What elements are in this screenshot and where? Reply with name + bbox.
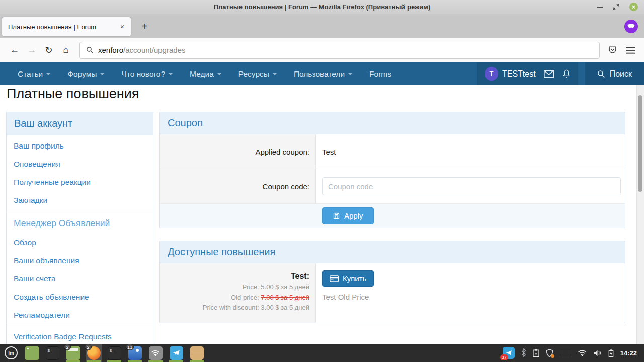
url-text: xenforo/account/upgrades — [98, 46, 185, 55]
applied-coupon-value: Test — [316, 134, 625, 169]
clock[interactable]: 14:22 — [620, 349, 637, 357]
keyboard-layout-ru-flag[interactable] — [560, 350, 571, 356]
tab-close-icon[interactable]: × — [118, 22, 127, 32]
minimize-button[interactable] — [597, 7, 603, 8]
bluetooth-icon — [521, 348, 526, 357]
upgrades-header: Доступные повышения — [160, 241, 625, 263]
sidebar-item-your-profile[interactable]: Ваш профиль — [7, 137, 153, 155]
sidebar-item-ads-manager[interactable]: Менеджер Объявлений — [7, 213, 153, 234]
taskbar-network-button[interactable] — [147, 344, 164, 362]
minimize-icon — [597, 7, 603, 8]
scrollbar-thumb[interactable] — [638, 95, 642, 192]
sidebar-item-verification-badge-requests[interactable]: Verification Badge Requests — [7, 328, 153, 344]
nav-item-articles[interactable]: Статьи — [9, 62, 59, 85]
apply-button[interactable]: Apply — [322, 207, 374, 224]
close-icon: × — [632, 4, 635, 10]
taskbar-filemanager-button[interactable] — [24, 344, 40, 362]
taskbar-notes-button[interactable] — [189, 344, 205, 362]
price-label: Price: — [242, 283, 259, 291]
apply-label: Apply — [344, 211, 363, 220]
tray-clipboard-button[interactable] — [533, 349, 539, 357]
nav-label: Что нового? — [121, 69, 165, 79]
nav-item-whats-new[interactable]: Что нового? — [113, 62, 181, 85]
discount-label: Price with discount: — [203, 304, 259, 311]
nav-label: Медиа — [190, 69, 214, 79]
coupon-code-input[interactable] — [322, 177, 621, 195]
browser-toolbar: ← → ↻ ⌂ xenforo/account/upgrades — [0, 38, 644, 62]
buy-button[interactable]: Купить — [322, 270, 374, 287]
applied-coupon-row: Applied coupon: Test — [160, 134, 625, 169]
tray-bluetooth-button[interactable] — [521, 348, 526, 357]
chevron-down-icon — [348, 73, 352, 77]
old-price-value: 7.00 $ за 5 дней — [261, 294, 309, 301]
url-bar[interactable]: xenforo/account/upgrades — [79, 42, 600, 59]
sidebar-group-ads-manager: Менеджер Объявлений Обзор Ваши объявлени… — [7, 211, 153, 326]
browser-tab[interactable]: Платные повышения | Forum × — [2, 17, 131, 36]
upgrade-old-price-line: Old price: 7.00 $ за 5 дней — [160, 293, 309, 303]
sidebar-item-bookmarks[interactable]: Закладки — [7, 191, 153, 209]
url-path: /account/upgrades — [123, 46, 185, 54]
conversations-button[interactable] — [544, 70, 554, 78]
nav-label: Forms — [369, 69, 391, 79]
taskbar-menu-button[interactable]: lm — [3, 344, 19, 362]
mint-logo-icon: lm — [5, 346, 18, 359]
sidebar-item-overview[interactable]: Обзор — [7, 234, 153, 252]
tray-telegram-button[interactable]: 37 — [503, 347, 515, 359]
telegram-icon — [170, 346, 183, 360]
alerts-button[interactable] — [562, 69, 571, 79]
restore-button[interactable] — [613, 4, 619, 10]
nav-item-forums[interactable]: Форумы — [59, 62, 113, 85]
buy-label: Купить — [343, 274, 366, 283]
upgrade-name: Test: — [160, 272, 309, 281]
nav-item-members[interactable]: Пользователи — [285, 62, 361, 85]
tray-wifi-button[interactable] — [578, 349, 587, 356]
new-tab-button[interactable]: + — [136, 20, 154, 33]
toolbar-right — [605, 45, 638, 55]
upgrade-row: Test: Price: 5.00 $ за 5 дней Old price:… — [160, 263, 625, 323]
terminal-icon: $_ — [108, 346, 121, 360]
notification-badge: 37 — [500, 354, 508, 360]
pocket-button[interactable] — [608, 45, 617, 55]
sidebar-item-create-ad[interactable]: Создать объявление — [7, 288, 153, 306]
save-icon — [333, 212, 340, 220]
tray-shield-button[interactable] — [546, 349, 553, 357]
envelope-icon — [544, 70, 554, 78]
tray-volume-button[interactable] — [593, 349, 602, 357]
old-price-label: Old price: — [231, 294, 259, 301]
wifi-icon — [578, 349, 587, 356]
taskbar-terminal-button[interactable]: $_ — [44, 344, 60, 362]
taskbar-telegram-button[interactable] — [168, 344, 184, 362]
sidebar-item-your-ads[interactable]: Ваши объявления — [7, 252, 153, 270]
wifi-icon — [149, 346, 163, 360]
nav-item-media[interactable]: Медиа — [181, 62, 230, 85]
notes-icon — [190, 346, 204, 360]
account-menu[interactable]: T TESTtest — [485, 67, 536, 81]
home-button[interactable]: ⌂ — [57, 45, 74, 55]
credit-card-icon — [330, 275, 339, 282]
taskbar-terminal2-button[interactable]: $_ — [106, 344, 122, 362]
nav-item-resources[interactable]: Ресурсы — [230, 62, 285, 85]
close-button[interactable]: × — [629, 3, 638, 11]
taskbar-messenger-button[interactable]: 13 — [127, 344, 143, 362]
back-button[interactable]: ← — [6, 45, 23, 55]
nav-item-forms[interactable]: Forms — [361, 62, 400, 85]
terminal-icon: $_ — [46, 346, 59, 360]
upgrade-note: Test Old Price — [322, 293, 625, 301]
taskbar-firefox-button[interactable]: 2 — [86, 344, 102, 362]
scrollbar-track[interactable] — [636, 85, 644, 344]
taskbar-folder-button[interactable]: 2 — [65, 344, 81, 362]
sidebar-item-reactions-received[interactable]: Полученные реакции — [7, 173, 153, 191]
sidebar-item-your-invoices[interactable]: Ваши счета — [7, 270, 153, 288]
forward-button[interactable]: → — [23, 45, 40, 55]
account-sidebar: Ваш аккаунт Ваш профиль Оповещения Получ… — [6, 112, 153, 344]
sidebar-group-account: Ваш профиль Оповещения Полученные реакци… — [7, 135, 153, 211]
menu-button[interactable] — [626, 47, 635, 54]
tray-battery-button[interactable] — [608, 349, 614, 357]
search-label: Поиск — [610, 69, 632, 79]
reload-button[interactable]: ↻ — [40, 45, 57, 56]
sidebar-item-alerts[interactable]: Оповещения — [7, 155, 153, 173]
nav-label: Ресурсы — [238, 69, 269, 79]
search-button[interactable]: Поиск — [585, 62, 644, 85]
sidebar-item-advertisers[interactable]: Рекламодатели — [7, 306, 153, 324]
chevron-down-icon — [273, 73, 277, 77]
